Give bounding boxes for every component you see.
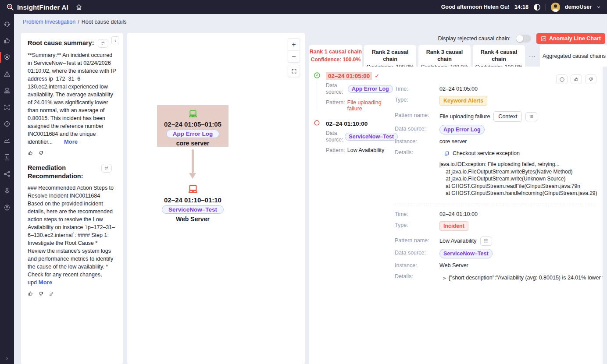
pattern-name-value: File uploading failure	[439, 113, 490, 120]
edit-icon[interactable]	[49, 291, 54, 297]
greeting-text: Good afternoon Helen Gu!	[441, 4, 510, 10]
sidebar-item-topology[interactable]	[0, 166, 14, 182]
causal-chain-detail-panel: 02–24 01:05:00 ✓ Data source: App Error …	[309, 67, 603, 364]
node-instance: core server	[176, 140, 210, 147]
data-source-pill[interactable]: ServiceNow–Test	[439, 249, 493, 258]
thumbs-down-icon[interactable]	[38, 150, 44, 156]
user-pulse-icon	[3, 187, 11, 194]
zoom-out-button[interactable]: −	[288, 50, 300, 62]
sidebar-item-feedback[interactable]	[0, 32, 14, 49]
pattern-name-value: Low Availability	[439, 237, 477, 245]
list-icon	[529, 114, 534, 119]
theme-contrast-icon[interactable]	[533, 4, 541, 11]
node-instance: Web Server	[176, 216, 210, 223]
regenerate-icon	[100, 41, 106, 46]
tab-rank-3-causal-chain[interactable]: Rank 3 causal chain Confidence: 100.0%	[418, 45, 471, 67]
stack-trace-line: at GHOST.GInputStream.readFile(GInputStr…	[439, 183, 597, 190]
type-label: Type:	[395, 96, 439, 104]
node-source-pill[interactable]: App Error Log	[166, 130, 220, 138]
pattern-name-label: Pattern name:	[395, 237, 439, 244]
pattern-list-button[interactable]	[525, 112, 537, 121]
sidebar-item-metrics[interactable]	[0, 132, 14, 149]
brand-title: InsightFinder AI	[17, 4, 68, 11]
regenerate-remediation-button[interactable]	[101, 164, 112, 173]
regenerate-summary-button[interactable]	[98, 39, 108, 48]
gauge-icon	[3, 120, 11, 128]
details-label: Details:	[395, 148, 439, 156]
sidebar-item-infrastructure[interactable]	[0, 82, 14, 99]
collapse-panel-button[interactable]: ‹	[111, 36, 119, 44]
tab-rank-4-causal-chain[interactable]: Rank 4 causal chain Confidence: 100.0%	[472, 45, 525, 67]
thumbs-up-icon[interactable]	[28, 291, 33, 297]
time-label: Time:	[395, 210, 439, 218]
anomaly-line-chart-button[interactable]: Anomaly Line Chart	[536, 33, 605, 44]
data-source-pill[interactable]: App Error Log	[348, 85, 393, 93]
clock-icon	[314, 72, 321, 81]
data-source-label: Data source:	[395, 125, 439, 133]
type-label: Type:	[395, 221, 439, 229]
sidebar-item-settings[interactable]	[0, 199, 14, 216]
node-time-range: 02–24 01:05–01:05	[164, 120, 221, 128]
sidebar-item-user-activity[interactable]	[0, 182, 14, 199]
breadcrumb-separator: /	[78, 19, 79, 25]
instance-value: Web Server	[439, 262, 468, 269]
thumbs-down-icon	[588, 77, 593, 82]
brand[interactable]: InsightFinder AI	[6, 3, 68, 11]
sidebar-item-support[interactable]	[0, 16, 14, 32]
tab-aggregated-causal-chains[interactable]: Aggregated causal chains	[539, 45, 607, 67]
thumbs-up-icon[interactable]	[28, 150, 33, 156]
data-source-pill[interactable]: ServiceNow–Test	[345, 133, 398, 141]
remediation-feedback	[28, 291, 116, 297]
event-actions	[556, 74, 596, 84]
pattern-list-button[interactable]	[480, 237, 492, 246]
display-rejected-toggle[interactable]	[516, 35, 531, 42]
summary-feedback	[28, 150, 116, 156]
tabs-overflow-ellipsis[interactable]: ···	[527, 45, 538, 67]
breadcrumb-link[interactable]: Problem Investigation	[23, 19, 75, 25]
header-divider	[546, 4, 546, 11]
tab-rank-2-causal-chain[interactable]: Rank 2 causal chain Confidence: 100.0%	[364, 45, 417, 67]
graph-node-core-server[interactable]: 02–24 01:05–01:05 App Error Log core ser…	[157, 105, 229, 147]
chevron-down-icon[interactable]	[596, 5, 601, 9]
sidebar-expand-chevron[interactable]: ›	[0, 355, 14, 361]
sidebar-item-logs[interactable]	[0, 149, 14, 166]
thumbs-down-icon[interactable]	[38, 291, 44, 297]
history-button[interactable]	[556, 74, 568, 84]
time-value: 02–24 01:05:00	[439, 85, 478, 93]
data-source-label: Data source:	[326, 130, 343, 143]
data-source-pill[interactable]: App Error Log	[439, 125, 485, 134]
pattern-name-label: Pattern name:	[395, 111, 439, 119]
home-button[interactable]	[75, 4, 82, 11]
time-label: Time:	[395, 85, 439, 93]
list-icon	[483, 238, 489, 244]
display-rejected-label: Display rejected causal chain:	[438, 35, 511, 42]
expand-caret-icon[interactable]: >	[443, 274, 446, 282]
json-preview: {"short description":"Availability (avg:…	[448, 274, 603, 282]
fullscreen-button[interactable]	[288, 65, 300, 77]
timeline-time-selected[interactable]: 02–24 01:05:00	[326, 72, 372, 80]
node-source-pill[interactable]: ServiceNow–Test	[162, 205, 224, 214]
username[interactable]: demoUser	[565, 4, 592, 10]
sidebar-item-detection[interactable]	[0, 99, 14, 116]
zoom-in-button[interactable]: +	[288, 39, 300, 50]
line-chart-icon	[541, 36, 546, 42]
stack-trace-line: at java.io.FileOutputStream.writeBytes(N…	[439, 168, 597, 176]
remediation-more-link[interactable]: More	[39, 279, 52, 286]
event-divider	[395, 204, 596, 204]
tab-rank-1-causal-chain[interactable]: Rank 1 causal chain Confidence: 100.0%	[309, 45, 362, 67]
avatar[interactable]	[551, 3, 560, 12]
context-button[interactable]: Context	[493, 111, 522, 122]
sidebar-item-root-cause-analysis[interactable]	[0, 49, 14, 66]
copy-icon[interactable]	[444, 151, 450, 156]
sidebar-item-incidents[interactable]	[0, 66, 14, 82]
timeline-time[interactable]: 02–24 01:10:00	[326, 120, 368, 127]
time-value: 02–24 01:10:00	[439, 210, 478, 218]
sidebar-item-dashboard[interactable]	[0, 116, 14, 132]
event-details-column: Time:02–24 01:05:00 Type:Keyword Alerts …	[395, 71, 596, 285]
causal-graph-panel[interactable]: + − 02–24 01:05–01:05 App Error Log core…	[127, 33, 305, 364]
graph-node-web-server[interactable]: 02–24 01:10–01:10 ServiceNow–Test Web Se…	[157, 184, 229, 223]
thumbs-up-button[interactable]	[571, 74, 582, 84]
summary-more-link[interactable]: More	[64, 138, 78, 145]
thumbs-down-button[interactable]	[585, 74, 596, 84]
top-header: InsightFinder AI Good afternoon Helen Gu…	[0, 0, 607, 14]
